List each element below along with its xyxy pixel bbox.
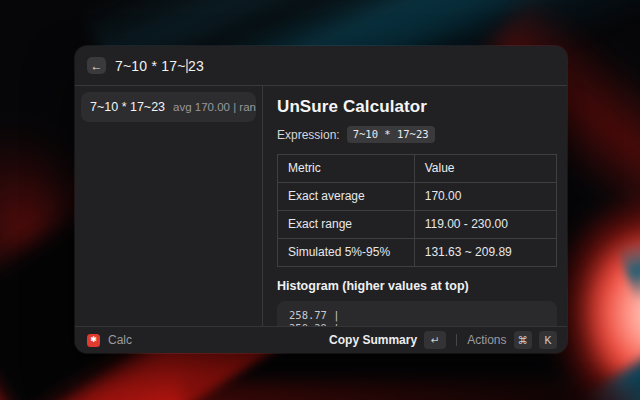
return-key-icon: ↵ — [424, 331, 446, 349]
asterisk-icon: ✱ — [90, 336, 97, 344]
raycast-window: ← 7~10 * 17~23 7~10 * 17~23 avg 170.00 |… — [75, 46, 567, 353]
list-item-subtitle: avg 170.00 | rang… — [173, 101, 256, 113]
wallpaper-red-strip — [180, 380, 640, 400]
table-row: Simulated 5%-95% 131.63 ~ 209.89 — [278, 239, 557, 267]
app-name-label: Calc — [108, 333, 132, 347]
k-key-icon: K — [539, 331, 557, 349]
search-text-before-caret: 7~10 * 17~ — [115, 58, 186, 74]
expression-value-chip: 7~10 * 17~23 — [347, 126, 435, 143]
value-cell: 131.63 ~ 209.89 — [414, 239, 556, 267]
copy-summary-label: Copy Summary — [329, 333, 417, 347]
table-row: Exact range 119.00 - 230.00 — [278, 211, 557, 239]
metric-cell: Simulated 5%-95% — [278, 239, 415, 267]
search-text-after-caret: 23 — [188, 58, 204, 74]
actions-menu-button[interactable]: Actions ⌘ K — [467, 331, 557, 349]
list-item-expression[interactable]: 7~10 * 17~23 avg 170.00 | rang… — [81, 92, 256, 122]
results-list: 7~10 * 17~23 avg 170.00 | rang… — [75, 86, 262, 326]
histogram-line: 258.77 | — [289, 309, 545, 322]
histogram-heading: Histogram (higher values at top) — [277, 279, 557, 293]
metric-cell: Exact average — [278, 183, 415, 211]
cmd-key-icon: ⌘ — [514, 331, 533, 349]
search-input[interactable]: 7~10 * 17~23 — [115, 58, 555, 74]
value-cell: 119.00 - 230.00 — [414, 211, 556, 239]
search-header: ← 7~10 * 17~23 — [75, 46, 567, 86]
expression-row: Expression: 7~10 * 17~23 — [277, 126, 557, 143]
col-header-value: Value — [414, 155, 556, 183]
action-bar: ✱ Calc Copy Summary ↵ Actions ⌘ K — [75, 326, 567, 353]
col-header-metric: Metric — [278, 155, 415, 183]
table-row: Exact average 170.00 — [278, 183, 557, 211]
copy-summary-button[interactable]: Copy Summary ↵ — [329, 331, 446, 349]
footer-separator — [456, 334, 457, 346]
value-cell: 170.00 — [414, 183, 556, 211]
expression-label: Expression: — [277, 128, 340, 142]
actions-label: Actions — [467, 333, 506, 347]
back-button[interactable]: ← — [87, 57, 106, 74]
detail-panel: UnSure Calculator Expression: 7~10 * 17~… — [263, 86, 567, 326]
detail-title: UnSure Calculator — [277, 97, 557, 117]
list-item-title: 7~10 * 17~23 — [90, 100, 165, 114]
metrics-table: Metric Value Exact average 170.00 Exact … — [277, 154, 557, 267]
footer-actions: Copy Summary ↵ Actions ⌘ K — [329, 331, 557, 349]
histogram-code-block: 258.77 | 250.29 | 241.80 | — [277, 301, 557, 326]
table-header-row: Metric Value — [278, 155, 557, 183]
calc-extension-icon: ✱ — [87, 334, 100, 347]
main-content: 7~10 * 17~23 avg 170.00 | rang… UnSure C… — [75, 86, 567, 326]
back-arrow-icon: ← — [91, 59, 103, 73]
metric-cell: Exact range — [278, 211, 415, 239]
